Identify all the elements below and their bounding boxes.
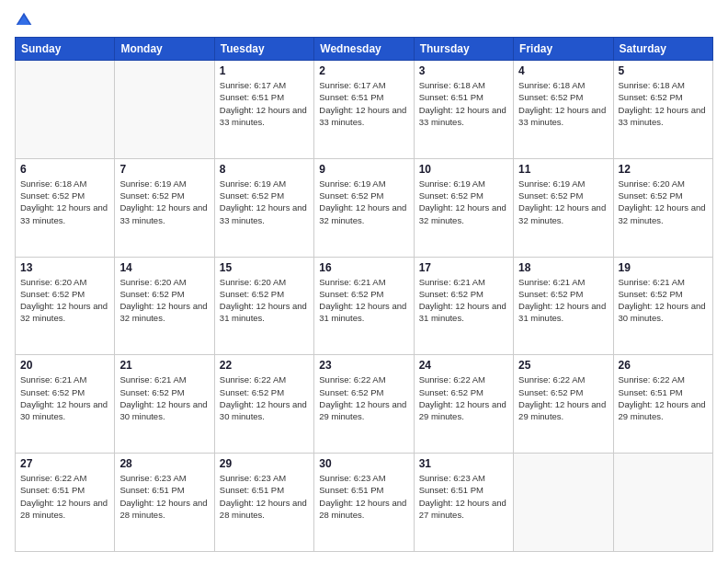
day-of-week-header: Wednesday xyxy=(314,38,414,61)
day-number: 6 xyxy=(20,163,109,176)
day-info: Sunrise: 6:22 AMSunset: 6:52 PMDaylight:… xyxy=(518,373,608,422)
day-number: 1 xyxy=(220,64,309,77)
day-info: Sunrise: 6:21 AMSunset: 6:52 PMDaylight:… xyxy=(319,276,408,325)
calendar-cell: 13Sunrise: 6:20 AMSunset: 6:52 PMDayligh… xyxy=(16,257,115,355)
day-info: Sunrise: 6:23 AMSunset: 6:51 PMDaylight:… xyxy=(319,472,408,521)
day-number: 18 xyxy=(518,261,608,274)
day-info: Sunrise: 6:21 AMSunset: 6:52 PMDaylight:… xyxy=(619,276,708,325)
calendar-week-row: 13Sunrise: 6:20 AMSunset: 6:52 PMDayligh… xyxy=(16,257,713,355)
calendar-cell: 14Sunrise: 6:20 AMSunset: 6:52 PMDayligh… xyxy=(115,257,214,355)
day-number: 7 xyxy=(119,163,209,176)
day-number: 16 xyxy=(319,261,408,274)
calendar-cell: 5Sunrise: 6:18 AMSunset: 6:52 PMDaylight… xyxy=(613,61,712,159)
day-number: 13 xyxy=(20,261,109,274)
day-info: Sunrise: 6:23 AMSunset: 6:51 PMDaylight:… xyxy=(220,472,309,521)
day-number: 30 xyxy=(319,457,408,470)
day-info: Sunrise: 6:18 AMSunset: 6:52 PMDaylight:… xyxy=(518,79,608,128)
calendar-week-row: 27Sunrise: 6:22 AMSunset: 6:51 PMDayligh… xyxy=(16,454,713,552)
day-info: Sunrise: 6:19 AMSunset: 6:52 PMDaylight:… xyxy=(119,178,209,226)
day-info: Sunrise: 6:21 AMSunset: 6:52 PMDaylight:… xyxy=(518,276,608,325)
day-number: 17 xyxy=(419,261,508,274)
day-info: Sunrise: 6:23 AMSunset: 6:51 PMDaylight:… xyxy=(119,472,209,521)
day-number: 19 xyxy=(619,261,708,274)
calendar-cell: 29Sunrise: 6:23 AMSunset: 6:51 PMDayligh… xyxy=(214,454,313,552)
day-of-week-header: Thursday xyxy=(414,38,513,61)
day-info: Sunrise: 6:20 AMSunset: 6:52 PMDaylight:… xyxy=(119,276,209,325)
calendar-cell: 1Sunrise: 6:17 AMSunset: 6:51 PMDaylight… xyxy=(214,61,313,159)
calendar-cell xyxy=(16,61,115,159)
day-number: 26 xyxy=(619,359,708,372)
calendar-cell: 27Sunrise: 6:22 AMSunset: 6:51 PMDayligh… xyxy=(16,454,115,552)
day-number: 28 xyxy=(119,457,209,470)
day-info: Sunrise: 6:18 AMSunset: 6:52 PMDaylight:… xyxy=(20,178,109,226)
calendar-cell: 17Sunrise: 6:21 AMSunset: 6:52 PMDayligh… xyxy=(414,257,513,355)
day-info: Sunrise: 6:19 AMSunset: 6:52 PMDaylight:… xyxy=(319,178,408,226)
day-info: Sunrise: 6:21 AMSunset: 6:52 PMDaylight:… xyxy=(119,373,209,422)
calendar-cell: 2Sunrise: 6:17 AMSunset: 6:51 PMDaylight… xyxy=(314,61,414,159)
calendar-cell xyxy=(613,454,712,552)
day-number: 21 xyxy=(119,359,209,372)
calendar-table: SundayMondayTuesdayWednesdayThursdayFrid… xyxy=(15,37,713,552)
day-number: 10 xyxy=(419,163,508,176)
day-info: Sunrise: 6:22 AMSunset: 6:52 PMDaylight:… xyxy=(220,373,309,422)
calendar-cell: 18Sunrise: 6:21 AMSunset: 6:52 PMDayligh… xyxy=(514,257,613,355)
day-of-week-header: Saturday xyxy=(613,38,712,61)
calendar-cell: 28Sunrise: 6:23 AMSunset: 6:51 PMDayligh… xyxy=(115,454,214,552)
day-info: Sunrise: 6:19 AMSunset: 6:52 PMDaylight:… xyxy=(220,178,309,226)
calendar-week-row: 6Sunrise: 6:18 AMSunset: 6:52 PMDaylight… xyxy=(16,158,713,257)
day-number: 5 xyxy=(619,64,708,77)
calendar-cell: 30Sunrise: 6:23 AMSunset: 6:51 PMDayligh… xyxy=(314,454,414,552)
day-info: Sunrise: 6:21 AMSunset: 6:52 PMDaylight:… xyxy=(20,373,109,422)
day-of-week-header: Sunday xyxy=(16,38,115,61)
calendar-week-row: 1Sunrise: 6:17 AMSunset: 6:51 PMDaylight… xyxy=(16,61,713,159)
day-info: Sunrise: 6:23 AMSunset: 6:51 PMDaylight:… xyxy=(419,472,508,521)
day-number: 11 xyxy=(518,163,608,176)
calendar-cell: 8Sunrise: 6:19 AMSunset: 6:52 PMDaylight… xyxy=(214,158,313,257)
header xyxy=(15,11,713,29)
day-number: 23 xyxy=(319,359,408,372)
calendar-cell xyxy=(115,61,214,159)
day-info: Sunrise: 6:17 AMSunset: 6:51 PMDaylight:… xyxy=(319,79,408,128)
day-number: 8 xyxy=(220,163,309,176)
calendar-cell: 3Sunrise: 6:18 AMSunset: 6:51 PMDaylight… xyxy=(414,61,513,159)
day-info: Sunrise: 6:22 AMSunset: 6:52 PMDaylight:… xyxy=(419,373,508,422)
day-number: 4 xyxy=(518,64,608,77)
day-info: Sunrise: 6:20 AMSunset: 6:52 PMDaylight:… xyxy=(220,276,309,325)
calendar-cell: 7Sunrise: 6:19 AMSunset: 6:52 PMDaylight… xyxy=(115,158,214,257)
day-info: Sunrise: 6:22 AMSunset: 6:52 PMDaylight:… xyxy=(319,373,408,422)
calendar-cell: 23Sunrise: 6:22 AMSunset: 6:52 PMDayligh… xyxy=(314,355,414,454)
calendar-cell: 21Sunrise: 6:21 AMSunset: 6:52 PMDayligh… xyxy=(115,355,214,454)
day-number: 15 xyxy=(220,261,309,274)
logo xyxy=(15,11,37,29)
page: SundayMondayTuesdayWednesdayThursdayFrid… xyxy=(0,0,728,563)
calendar-cell: 12Sunrise: 6:20 AMSunset: 6:52 PMDayligh… xyxy=(613,158,712,257)
calendar-cell: 26Sunrise: 6:22 AMSunset: 6:51 PMDayligh… xyxy=(613,355,712,454)
calendar-cell: 15Sunrise: 6:20 AMSunset: 6:52 PMDayligh… xyxy=(214,257,313,355)
day-info: Sunrise: 6:19 AMSunset: 6:52 PMDaylight:… xyxy=(518,178,608,226)
day-number: 20 xyxy=(20,359,109,372)
day-number: 25 xyxy=(518,359,608,372)
calendar-cell: 4Sunrise: 6:18 AMSunset: 6:52 PMDaylight… xyxy=(514,61,613,159)
calendar-cell: 25Sunrise: 6:22 AMSunset: 6:52 PMDayligh… xyxy=(514,355,613,454)
logo-icon xyxy=(15,11,33,29)
day-info: Sunrise: 6:21 AMSunset: 6:52 PMDaylight:… xyxy=(419,276,508,325)
calendar-header-row: SundayMondayTuesdayWednesdayThursdayFrid… xyxy=(16,38,713,61)
day-info: Sunrise: 6:20 AMSunset: 6:52 PMDaylight:… xyxy=(20,276,109,325)
day-number: 22 xyxy=(220,359,309,372)
day-number: 24 xyxy=(419,359,508,372)
day-info: Sunrise: 6:22 AMSunset: 6:51 PMDaylight:… xyxy=(20,472,109,521)
calendar-cell: 16Sunrise: 6:21 AMSunset: 6:52 PMDayligh… xyxy=(314,257,414,355)
calendar-cell: 31Sunrise: 6:23 AMSunset: 6:51 PMDayligh… xyxy=(414,454,513,552)
calendar-cell: 11Sunrise: 6:19 AMSunset: 6:52 PMDayligh… xyxy=(514,158,613,257)
day-number: 2 xyxy=(319,64,408,77)
day-number: 9 xyxy=(319,163,408,176)
day-of-week-header: Monday xyxy=(115,38,214,61)
calendar-cell: 22Sunrise: 6:22 AMSunset: 6:52 PMDayligh… xyxy=(214,355,313,454)
day-info: Sunrise: 6:18 AMSunset: 6:52 PMDaylight:… xyxy=(619,79,708,128)
calendar-cell: 6Sunrise: 6:18 AMSunset: 6:52 PMDaylight… xyxy=(16,158,115,257)
day-info: Sunrise: 6:17 AMSunset: 6:51 PMDaylight:… xyxy=(220,79,309,128)
day-number: 3 xyxy=(419,64,508,77)
calendar-cell: 10Sunrise: 6:19 AMSunset: 6:52 PMDayligh… xyxy=(414,158,513,257)
calendar-cell: 9Sunrise: 6:19 AMSunset: 6:52 PMDaylight… xyxy=(314,158,414,257)
day-info: Sunrise: 6:19 AMSunset: 6:52 PMDaylight:… xyxy=(419,178,508,226)
